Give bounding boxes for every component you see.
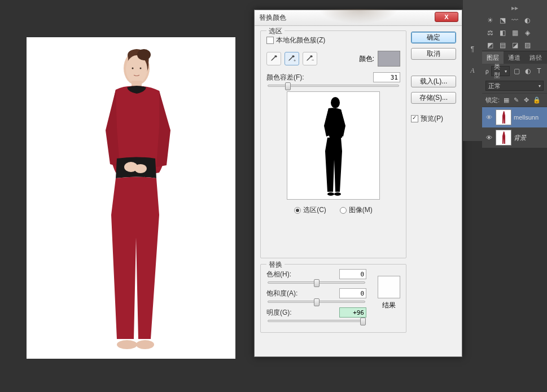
hue-slider[interactable] (268, 281, 365, 284)
hue-label: 色相(H): (266, 270, 291, 279)
layer-row[interactable]: 👁 背景 (482, 127, 547, 148)
bw-icon[interactable]: ◧ (498, 28, 507, 37)
collapsed-panels-strip: ¶ A (463, 0, 482, 141)
result-label: 结果 (378, 301, 400, 310)
eyedropper-add-button[interactable]: + (285, 52, 299, 65)
lock-pixels-icon[interactable]: ✎ (513, 96, 520, 104)
filter-adjust-icon[interactable]: ◐ (523, 67, 532, 76)
blend-mode-label: 正常 (488, 82, 501, 90)
paragraph-panel-icon[interactable]: ¶ (466, 45, 479, 56)
visibility-icon[interactable]: 👁 (484, 114, 493, 121)
tab-layers[interactable]: 图层 (482, 51, 504, 64)
svg-text:−: − (312, 58, 314, 63)
svg-point-5 (134, 164, 147, 173)
lock-label: 锁定: (485, 96, 500, 104)
selection-group: 选区 本地化颜色簇(Z) + − 颜色: (260, 30, 406, 258)
fuzziness-slider[interactable] (268, 85, 399, 87)
load-button[interactable]: 载入(L)... (411, 76, 456, 87)
preview-silhouette (312, 95, 356, 196)
svg-point-14 (327, 192, 334, 196)
result-swatch[interactable] (378, 276, 400, 298)
fuzziness-label: 颜色容差(F): (266, 73, 304, 82)
saturation-slider[interactable] (268, 301, 365, 303)
canvas[interactable] (27, 37, 235, 359)
lightness-input[interactable] (339, 307, 366, 318)
lightness-slider[interactable] (268, 320, 365, 322)
slider-thumb-icon (360, 318, 366, 325)
channel-mixer-icon[interactable]: ◈ (523, 28, 532, 37)
preview-checkbox[interactable]: 预览(P) (411, 114, 456, 124)
ok-button[interactable]: 确定 (411, 32, 456, 43)
photo-filter-icon[interactable]: ▦ (510, 28, 519, 37)
visibility-icon[interactable]: 👁 (484, 134, 493, 141)
selection-preview[interactable] (287, 91, 380, 200)
svg-point-15 (334, 192, 341, 196)
image-radio-label: 图像(M) (349, 205, 373, 215)
character-panel-icon[interactable]: A (466, 67, 479, 78)
selection-legend: 选区 (266, 27, 285, 36)
svg-point-6 (117, 340, 137, 349)
filter-image-icon[interactable]: ▢ (512, 67, 521, 76)
double-arrow-icon[interactable]: ▸▸ (485, 3, 544, 12)
layer-thumbnail[interactable] (496, 130, 511, 146)
localized-label: 本地化颜色簇(Z) (276, 36, 325, 45)
sample-color-swatch[interactable] (378, 51, 400, 67)
lock-position-icon[interactable]: ✥ (523, 96, 530, 104)
svg-point-7 (136, 340, 154, 349)
replace-legend: 替换 (266, 260, 285, 270)
exposure-icon[interactable]: ◐ (523, 16, 532, 25)
close-icon: X (444, 14, 448, 20)
filter-type-icon[interactable]: T (535, 67, 544, 76)
threshold-icon[interactable]: ◪ (510, 41, 519, 50)
checkbox-icon (266, 37, 274, 44)
hue-input[interactable] (339, 269, 366, 279)
layer-thumbnail[interactable] (496, 109, 511, 125)
chevron-down-icon: ▾ (505, 69, 507, 74)
tab-channels[interactable]: 通道 (504, 51, 525, 64)
invert-icon[interactable]: ◩ (485, 41, 495, 50)
checkbox-checked-icon (411, 115, 418, 122)
blend-mode-dropdown[interactable]: 正常 ▾ (485, 81, 544, 91)
svg-point-13 (330, 132, 336, 136)
layer-name: mellsunn (514, 114, 539, 121)
replace-group: 替换 色相(H): 饱和度(A): (260, 264, 406, 333)
saturation-label: 饱和度(A): (266, 289, 297, 298)
eyedropper-subtract-button[interactable]: − (303, 52, 317, 65)
eyedropper-icon (270, 55, 278, 63)
image-radio[interactable]: 图像(M) (340, 205, 373, 215)
layer-row[interactable]: 👁 mellsunn (482, 107, 547, 127)
save-button[interactable]: 存储(S)... (411, 92, 456, 104)
preview-label: 预览(P) (421, 114, 443, 124)
layers-panel: 图层 通道 路径 ρ 类型 ▾ ▢ ◐ T 正常 ▾ 锁定: ▦ ✎ ✥ 🔒 (482, 51, 547, 148)
chevron-down-icon: ▾ (539, 83, 541, 89)
balance-icon[interactable]: ⚖ (485, 28, 495, 37)
localized-clusters-checkbox[interactable]: 本地化颜色簇(Z) (266, 36, 400, 45)
cancel-button[interactable]: 取消 (411, 48, 456, 60)
filter-type-dropdown[interactable]: 类型 ▾ (491, 66, 510, 76)
radio-checked-icon (294, 207, 301, 214)
svg-point-2 (137, 49, 151, 60)
layer-name: 背景 (514, 134, 526, 142)
svg-point-8 (132, 68, 134, 69)
posterize-icon[interactable]: ▤ (498, 41, 507, 50)
levels-icon[interactable]: ⬔ (498, 16, 507, 25)
color-label: 颜色: (359, 54, 374, 64)
brightness-icon[interactable]: ☀ (485, 16, 495, 25)
close-button[interactable]: X (435, 12, 458, 22)
lock-transparency-icon[interactable]: ▦ (502, 96, 510, 104)
dialog-titlebar[interactable]: 替换颜色 X (255, 10, 462, 26)
radio-icon (340, 207, 347, 214)
svg-point-12 (331, 97, 340, 108)
fuzziness-input[interactable] (373, 72, 400, 82)
gradient-icon[interactable]: ▨ (523, 41, 532, 50)
saturation-input[interactable] (339, 288, 366, 298)
tab-paths[interactable]: 路径 (525, 51, 546, 64)
dialog-title: 替换颜色 (259, 13, 286, 23)
adjustments-icons: ▸▸ ☀ ⬔ 〰 ◐ ⚖ ◧ ▦ ◈ ◩ ▤ ◪ ▨ (482, 0, 547, 51)
selection-radio[interactable]: 选区(C) (294, 205, 326, 215)
lightness-label: 明度(G): (266, 308, 292, 318)
svg-text:+: + (294, 59, 296, 63)
lock-all-icon[interactable]: 🔒 (533, 96, 540, 104)
eyedropper-button[interactable] (266, 52, 281, 65)
curves-icon[interactable]: 〰 (510, 16, 519, 25)
